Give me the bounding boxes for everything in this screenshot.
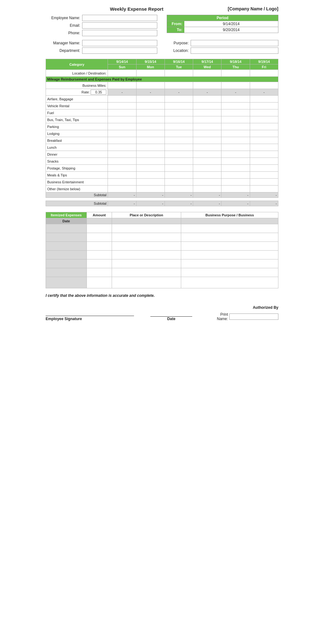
c13-tue[interactable] <box>165 186 193 192</box>
c1-thu[interactable] <box>221 103 250 109</box>
item-row-4-place[interactable] <box>112 250 181 259</box>
item-row-1-business[interactable] <box>181 224 278 233</box>
c12-tue[interactable] <box>165 179 193 186</box>
c10-sun[interactable] <box>108 165 136 172</box>
c8-mon[interactable] <box>136 151 165 158</box>
c3-sun[interactable] <box>108 116 136 123</box>
item-row-5-amount[interactable] <box>87 259 112 268</box>
c2-wed[interactable] <box>193 109 221 116</box>
c8-tue[interactable] <box>165 151 193 158</box>
item-row-1-place[interactable] <box>112 224 181 233</box>
item-row-6-amount[interactable] <box>87 268 112 277</box>
c1-mon[interactable] <box>136 103 165 109</box>
c6-sun[interactable] <box>108 137 136 144</box>
c11-sun[interactable] <box>108 172 136 179</box>
item-row-6-business[interactable] <box>181 268 278 277</box>
c5-tue[interactable] <box>165 130 193 137</box>
item-row-4-amount[interactable] <box>87 250 112 259</box>
c6-wed[interactable] <box>193 137 221 144</box>
employee-name-input[interactable] <box>82 15 157 21</box>
c6-fri[interactable] <box>250 137 278 144</box>
manager-name-input[interactable] <box>82 40 157 46</box>
item-row-3-date[interactable] <box>46 242 87 250</box>
c12-mon[interactable] <box>136 179 165 186</box>
item-row-7-place[interactable] <box>112 277 181 288</box>
c9-mon[interactable] <box>136 158 165 165</box>
c2-tue[interactable] <box>165 109 193 116</box>
c3-thu[interactable] <box>221 116 250 123</box>
item-row-2-place[interactable] <box>112 233 181 242</box>
miles-fri[interactable] <box>250 82 278 89</box>
c9-sun[interactable] <box>108 158 136 165</box>
miles-tue[interactable] <box>165 82 193 89</box>
c5-wed[interactable] <box>193 130 221 137</box>
print-name-input[interactable] <box>229 314 278 320</box>
c1-fri[interactable] <box>250 103 278 109</box>
c5-fri[interactable] <box>250 130 278 137</box>
purpose-input[interactable] <box>191 40 278 46</box>
c3-wed[interactable] <box>193 116 221 123</box>
c4-wed[interactable] <box>193 123 221 130</box>
c8-wed[interactable] <box>193 151 221 158</box>
c11-mon[interactable] <box>136 172 165 179</box>
c0-thu[interactable] <box>221 96 250 103</box>
c0-wed[interactable] <box>193 96 221 103</box>
item-row-5-business[interactable] <box>181 259 278 268</box>
item-row-2-business[interactable] <box>181 233 278 242</box>
item-row-2-date[interactable] <box>46 233 87 242</box>
c13-mon[interactable] <box>136 186 165 192</box>
phone-input[interactable] <box>82 30 157 36</box>
c9-tue[interactable] <box>165 158 193 165</box>
c11-tue[interactable] <box>165 172 193 179</box>
c8-sun[interactable] <box>108 151 136 158</box>
location-fri[interactable] <box>250 70 278 77</box>
c6-tue[interactable] <box>165 137 193 144</box>
c10-tue[interactable] <box>165 165 193 172</box>
item-row-6-date[interactable] <box>46 268 87 277</box>
c7-tue[interactable] <box>165 144 193 151</box>
c5-sun[interactable] <box>108 130 136 137</box>
c13-sun[interactable] <box>108 186 136 192</box>
c2-fri[interactable] <box>250 109 278 116</box>
miles-wed[interactable] <box>193 82 221 89</box>
c5-mon[interactable] <box>136 130 165 137</box>
c4-mon[interactable] <box>136 123 165 130</box>
c6-thu[interactable] <box>221 137 250 144</box>
location-tue[interactable] <box>165 70 193 77</box>
c2-mon[interactable] <box>136 109 165 116</box>
c7-wed[interactable] <box>193 144 221 151</box>
miles-thu[interactable] <box>221 82 250 89</box>
c10-fri[interactable] <box>250 165 278 172</box>
c12-fri[interactable] <box>250 179 278 186</box>
location-input[interactable] <box>191 47 278 54</box>
c3-fri[interactable] <box>250 116 278 123</box>
c11-fri[interactable] <box>250 172 278 179</box>
location-wed[interactable] <box>193 70 221 77</box>
item-row-1-amount[interactable] <box>87 224 112 233</box>
c3-tue[interactable] <box>165 116 193 123</box>
c0-sun[interactable] <box>108 96 136 103</box>
email-input[interactable] <box>82 22 157 29</box>
c0-tue[interactable] <box>165 96 193 103</box>
c13-wed[interactable] <box>193 186 221 192</box>
item-row-4-date[interactable] <box>46 250 87 259</box>
c12-wed[interactable] <box>193 179 221 186</box>
c7-sun[interactable] <box>108 144 136 151</box>
item-row-7-business[interactable] <box>181 277 278 288</box>
item-row-3-amount[interactable] <box>87 242 112 250</box>
c7-fri[interactable] <box>250 144 278 151</box>
c7-thu[interactable] <box>221 144 250 151</box>
c4-sun[interactable] <box>108 123 136 130</box>
c11-thu[interactable] <box>221 172 250 179</box>
c11-wed[interactable] <box>193 172 221 179</box>
item-row-7-amount[interactable] <box>87 277 112 288</box>
c13-fri[interactable] <box>250 186 278 192</box>
c2-sun[interactable] <box>108 109 136 116</box>
c12-sun[interactable] <box>108 179 136 186</box>
c1-sun[interactable] <box>108 103 136 109</box>
c3-mon[interactable] <box>136 116 165 123</box>
item-row-4-business[interactable] <box>181 250 278 259</box>
item-row-5-place[interactable] <box>112 259 181 268</box>
c10-wed[interactable] <box>193 165 221 172</box>
c10-thu[interactable] <box>221 165 250 172</box>
